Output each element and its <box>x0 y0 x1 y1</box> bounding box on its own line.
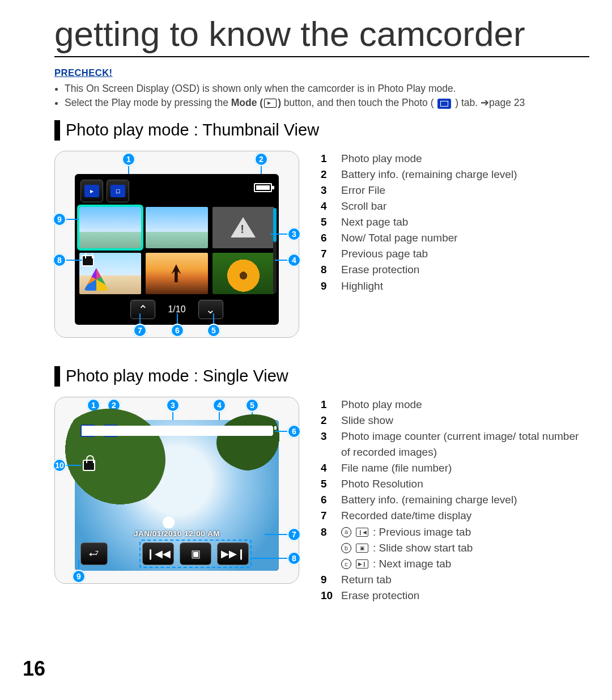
scroll-bar[interactable] <box>273 208 277 293</box>
callout-9: 9 <box>53 213 66 226</box>
lock-icon-2 <box>83 460 95 471</box>
precheck-bullets: This On Screen Display (OSD) is shown on… <box>54 82 589 110</box>
callout-7: 7 <box>133 324 147 337</box>
thumbnail-diagram: 1 2 ⌃ 1/10 ⌄ <box>54 151 299 338</box>
callout-4: 4 <box>287 253 301 267</box>
page-number-label: 16 <box>23 657 45 681</box>
recorded-datetime: JAN/01/2010 12:00 AM <box>75 529 279 538</box>
thumbnail-legend: 1Photo play mode 2Battery info. (remaini… <box>321 151 589 294</box>
next-page-button[interactable]: ⌄ <box>198 300 223 319</box>
page-title: getting to know the camcorder <box>54 0 589 57</box>
s-callout-3: 3 <box>166 398 180 412</box>
mode-play-icon <box>264 99 277 108</box>
s-callout-8: 8 <box>287 551 301 565</box>
battery-icon-2 <box>255 426 273 435</box>
s-callout-6: 6 <box>287 425 301 438</box>
callout-2: 2 <box>254 152 268 166</box>
single-legend: 1Photo play mode 2Slide show 3Photo imag… <box>321 397 589 604</box>
section-single-title: Photo play mode : Single View <box>66 367 288 385</box>
s-callout-4: 4 <box>212 398 226 412</box>
lock-icon <box>82 255 94 266</box>
s-callout-9: 9 <box>72 570 86 583</box>
return-button[interactable]: ⮐ <box>80 542 108 565</box>
thumbnail-5[interactable] <box>146 253 207 294</box>
video-mode-tab[interactable] <box>80 180 103 202</box>
thumbnail-4[interactable] <box>79 253 141 294</box>
callout-6: 6 <box>171 324 184 337</box>
thumbnail-2[interactable] <box>146 207 207 248</box>
s-callout-10: 10 <box>53 459 66 472</box>
bullet-2: Select the Play mode by pressing the Mod… <box>65 96 589 110</box>
photo-mode-tab[interactable] <box>107 180 129 202</box>
callout-8: 8 <box>53 253 66 267</box>
thumbnail-3-error[interactable] <box>212 207 274 248</box>
section-thumbnail-title: Photo play mode : Thumbnail View <box>66 121 319 139</box>
thumbnail-1-selected[interactable] <box>79 207 141 248</box>
thumbnail-6[interactable] <box>212 253 274 294</box>
slideshow-start-button[interactable]: ▣ <box>180 542 211 565</box>
playback-control-group: ❙◀◀ ▣ ▶▶❙ <box>139 540 252 568</box>
callout-3: 3 <box>287 227 301 241</box>
prev-image-button[interactable]: ❙◀◀ <box>142 542 174 565</box>
callout-5: 5 <box>207 324 220 337</box>
section-single-header: Photo play mode : Single View <box>54 366 589 387</box>
battery-icon <box>254 183 272 192</box>
precheck-label: PRECHECK! <box>54 67 612 78</box>
s-callout-5: 5 <box>245 398 259 412</box>
single-diagram: 1 2 3 4 5 20/33 100-0001 8M JAN/01 <box>54 397 299 584</box>
s-callout-7: 7 <box>287 528 301 541</box>
prev-page-button[interactable]: ⌃ <box>130 300 155 319</box>
bullet-1: This On Screen Display (OSD) is shown on… <box>65 82 589 96</box>
next-image-button[interactable]: ▶▶❙ <box>217 542 249 565</box>
section-thumbnail-header: Photo play mode : Thumbnail View <box>54 120 589 141</box>
callout-1: 1 <box>122 152 135 166</box>
photo-tab-icon <box>437 99 451 109</box>
